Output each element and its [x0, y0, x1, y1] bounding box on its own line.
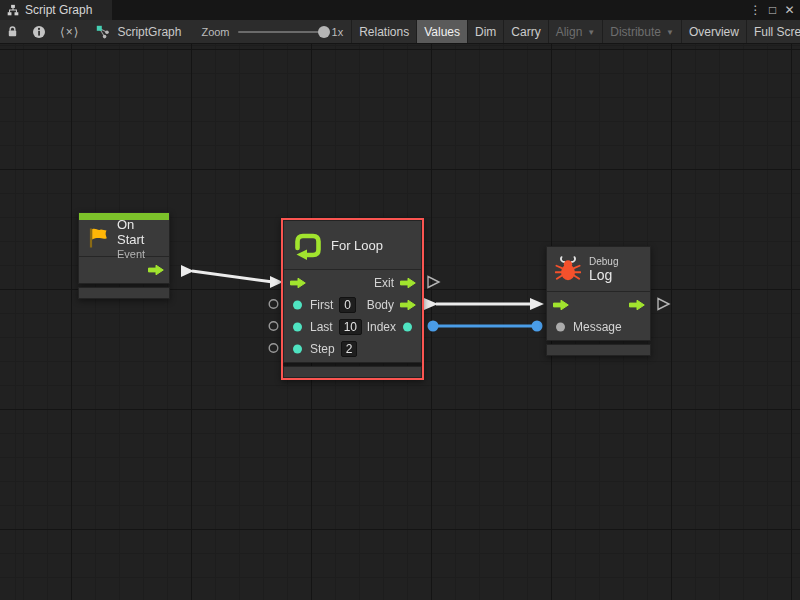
close-button[interactable]: ✕ [781, 0, 798, 20]
zoom-value: 1x [332, 26, 344, 38]
first-port-indicator [269, 300, 278, 309]
code-icon: ⟨×⟩ [60, 25, 79, 39]
zoom-control: Zoom 1x [193, 20, 351, 43]
last-in-port[interactable] [293, 323, 302, 332]
info-button[interactable] [25, 20, 53, 43]
message-port-label: Message [573, 320, 622, 334]
node-category: Debug [589, 256, 618, 267]
first-in-port[interactable] [293, 301, 302, 310]
debug-log-ports: Message [547, 292, 650, 340]
first-port-label: First [310, 298, 333, 312]
step-port-indicator [269, 344, 278, 353]
last-port-label: Last [310, 320, 333, 334]
first-value-input[interactable]: 0 [339, 297, 356, 313]
last-index-row: Last 10 Index [284, 316, 421, 338]
distribute-dropdown[interactable]: Distribute ▼ [602, 20, 681, 43]
body-out-port[interactable] [400, 300, 416, 311]
window-tab-bar: Script Graph ⋮ □ ✕ [0, 0, 800, 20]
align-dropdown[interactable]: Align ▼ [548, 20, 603, 43]
values-button[interactable]: Values [416, 20, 467, 43]
debug-out-port-indicator [658, 299, 669, 310]
relations-button[interactable]: Relations [351, 20, 416, 43]
message-in-port[interactable] [556, 323, 565, 332]
graph-asset-icon [96, 25, 110, 39]
align-label: Align [556, 25, 583, 39]
node-footer [78, 287, 170, 299]
zoom-slider-handle[interactable] [318, 26, 330, 38]
message-row: Message [547, 316, 650, 338]
chevron-down-icon: ▼ [666, 28, 674, 37]
step-in-port[interactable] [293, 345, 302, 354]
node-title: Log [589, 267, 618, 283]
flow-out-port[interactable] [629, 300, 645, 311]
bug-icon [555, 256, 581, 282]
flow-in-port[interactable] [290, 278, 306, 289]
last-port-indicator [269, 322, 278, 331]
wire-index-to-message [428, 321, 543, 332]
node-on-start[interactable]: On Start Event [78, 212, 170, 299]
distribute-label: Distribute [610, 25, 661, 39]
body-port-label: Body [367, 298, 394, 312]
node-for-loop[interactable]: For Loop Exit First 0 Body [283, 220, 422, 378]
index-out-port[interactable] [403, 323, 412, 332]
exit-port-indicator [428, 277, 439, 288]
tab-title: Script Graph [25, 3, 92, 17]
on-start-trigger-row [79, 257, 169, 283]
inspect-values-button[interactable]: ⟨×⟩ [53, 20, 86, 43]
for-loop-ports: Exit First 0 Body Last [284, 270, 421, 362]
exit-out-port[interactable] [400, 278, 416, 289]
node-footer [546, 344, 651, 356]
window-menu-button[interactable]: ⋮ [747, 0, 764, 20]
node-title: For Loop [331, 238, 383, 253]
step-value-input[interactable]: 2 [341, 341, 358, 357]
step-row: Step 2 [284, 338, 421, 360]
tab-script-graph[interactable]: Script Graph [0, 0, 112, 20]
graph-canvas[interactable]: On Start Event For [0, 44, 800, 600]
info-icon [32, 25, 46, 39]
node-footer [283, 366, 422, 378]
graph-breadcrumb[interactable]: ScriptGraph [86, 20, 193, 43]
on-start-main: On Start Event [78, 212, 170, 284]
maximize-button[interactable]: □ [764, 0, 781, 20]
flow-out-port[interactable] [148, 265, 164, 276]
zoom-slider[interactable] [238, 31, 324, 33]
flow-in-port[interactable] [553, 300, 569, 311]
graph-name: ScriptGraph [117, 25, 181, 39]
wire-body-to-debuglog [424, 298, 544, 310]
debug-log-main: Debug Log Message [546, 246, 651, 341]
flow-row [547, 294, 650, 316]
graph-toolbar: ⟨×⟩ ScriptGraph Zoom 1x Relations Values… [0, 20, 800, 44]
for-loop-main: For Loop Exit First 0 Body [283, 220, 422, 363]
dim-button[interactable]: Dim [467, 20, 503, 43]
step-port-label: Step [310, 342, 335, 356]
window-controls: ⋮ □ ✕ [747, 0, 798, 20]
first-body-row: First 0 Body [284, 294, 421, 316]
node-debug-log[interactable]: Debug Log Message [546, 246, 651, 356]
wire-onstart-to-forloop [181, 265, 283, 288]
carry-button[interactable]: Carry [503, 20, 547, 43]
overview-button[interactable]: Overview [681, 20, 746, 43]
flow-row: Exit [284, 272, 421, 294]
index-port-label: Index [367, 320, 396, 334]
lock-icon [6, 25, 19, 38]
zoom-label: Zoom [201, 26, 229, 38]
exit-port-label: Exit [374, 276, 394, 290]
node-title: On Start [117, 217, 162, 247]
fullscreen-button[interactable]: Full Screen [746, 20, 800, 43]
script-graph-sitemap-icon [7, 4, 19, 16]
loop-icon [293, 231, 322, 260]
chevron-down-icon: ▼ [587, 28, 595, 37]
flag-icon [86, 226, 110, 250]
lock-button[interactable] [0, 20, 25, 43]
last-value-input[interactable]: 10 [339, 319, 362, 335]
